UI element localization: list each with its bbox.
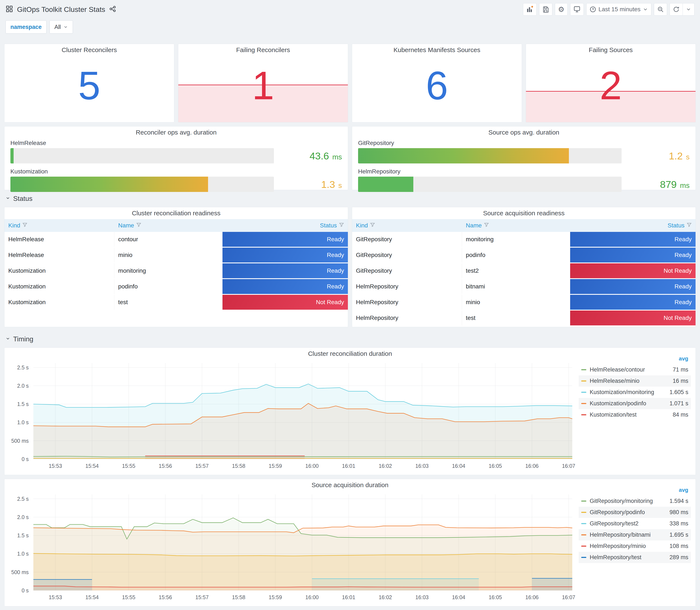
time-range-picker[interactable]: Last 15 minutes [586,3,651,16]
x-axis-tick: 15:56 [159,594,172,600]
variable-namespace-value-dropdown[interactable]: All [50,20,73,34]
chevron-down-icon [642,6,648,12]
column-header-kind[interactable]: Kind [4,219,114,232]
legend-item[interactable]: GitRepository/monitoring 1.594 s [579,495,691,507]
legend-item[interactable]: Kustomization/monitoring 1.605 s [579,387,691,398]
cell-name: podinfo [462,247,570,262]
series-color-swatch [581,557,586,558]
gauge-value: 1.3 s [274,178,342,190]
tv-mode-button[interactable] [570,3,584,16]
gauge-label: HelmRepository [358,168,689,175]
cell-name: test2 [462,263,570,278]
panel-source-acquisition-duration: Source acquisition duration 0 s500 ms1.0… [4,479,696,606]
x-axis-tick: 16:02 [379,463,392,469]
monitor-icon [573,6,581,13]
legend-item[interactable]: HelmRelease/minio 16 ms [579,375,691,387]
legend-item[interactable]: HelmRepository/test 289 ms [579,552,691,563]
cell-kind: GitRepository [352,263,462,278]
gauge-label: Kustomization [11,168,342,175]
column-header-status[interactable]: Status [570,219,696,232]
filter-icon[interactable] [136,222,141,229]
y-axis-tick: 1.0 s [17,419,29,426]
chart-plot-area[interactable] [33,363,572,459]
settings-button[interactable]: ⚙ [555,3,568,16]
panel-title: Cluster reconciliation readiness [4,207,348,219]
chart-plot-area[interactable] [33,494,572,591]
cell-kind: HelmRepository [352,279,462,294]
add-panel-button[interactable] [523,3,537,16]
series-color-swatch [581,512,586,513]
panel-title: Failing Sources [526,44,696,56]
y-axis-tick: 1.5 s [17,401,29,407]
cell-kind: HelmRepository [352,310,462,325]
gauge-row: GitRepository 1.2 s [358,140,689,163]
x-axis-tick: 15:58 [232,594,245,600]
x-axis: 15:5315:5415:5515:5615:5715:5815:5916:00… [33,594,572,601]
variable-namespace-value: All [54,24,61,30]
filter-icon[interactable] [339,222,344,229]
legend-avg-header[interactable]: avg [579,487,691,495]
series-name: HelmRepository/bitnami [590,532,669,538]
chevron-down-icon [5,336,10,342]
variable-namespace-label[interactable]: namespace [5,20,47,34]
x-axis-tick: 16:01 [342,594,355,600]
filter-icon[interactable] [370,222,375,229]
column-header-kind[interactable]: Kind [352,219,462,232]
share-icon[interactable] [109,5,116,13]
legend-item[interactable]: HelmRepository/minio 108 ms [579,541,691,552]
column-header-status[interactable]: Status [223,219,348,232]
x-axis-tick: 15:56 [159,463,172,469]
filter-icon[interactable] [22,222,28,229]
stat-panels-row: Cluster Reconcilers 5 Failing Reconciler… [4,44,696,123]
column-header-name[interactable]: Name [462,219,570,232]
x-axis-tick: 15:59 [268,463,282,469]
legend-avg-header[interactable]: avg [579,355,691,364]
series-avg-value: 71 ms [672,366,688,373]
legend-item[interactable]: Kustomization/podinfo 1.071 s [579,398,691,409]
series-name: GitRepository/monitoring [590,498,669,504]
x-axis-tick: 15:58 [232,463,245,469]
filter-icon[interactable] [484,222,489,229]
stat-panel-2: Kubernetes Manifests Sources 6 [352,44,522,123]
x-axis-tick: 16:02 [379,594,392,600]
series-color-swatch [581,414,586,415]
table-panel-0: Cluster reconciliation readiness Kind Na… [4,207,348,327]
column-header-name[interactable]: Name [114,219,223,232]
y-axis-tick: 0 s [22,588,29,594]
legend-item[interactable]: Kustomization/test 84 ms [579,409,691,420]
status-badge: Not Ready [570,263,696,278]
y-axis-tick: 500 ms [11,438,29,444]
series-name: HelmRelease/minio [590,378,672,384]
x-axis-tick: 16:05 [489,463,502,469]
legend-item[interactable]: HelmRelease/contour 71 ms [579,364,691,375]
series-avg-value: 16 ms [672,378,688,384]
gauge-fill [11,148,14,163]
x-axis-tick: 15:53 [49,463,62,469]
legend-item[interactable]: GitRepository/test2 338 ms [579,518,691,529]
legend-item[interactable]: HelmRepository/bitnami 1.695 s [579,529,691,541]
chevron-down-icon [686,6,691,12]
table-row: Kustomization test Not Ready [4,295,348,310]
gauge-row: HelmRelease 43.6 ms [11,140,342,163]
series-avg-value: 1.594 s [669,498,688,504]
zoom-out-button[interactable] [654,3,667,16]
refresh-button[interactable] [670,3,683,16]
x-axis-tick: 15:54 [85,594,99,600]
y-axis-tick: 2.0 s [17,383,29,389]
series-color-swatch [581,392,586,393]
cell-name: minio [114,247,223,262]
filter-icon[interactable] [687,222,692,229]
cell-kind: HelmRelease [4,232,114,247]
table-row: HelmRelease contour Ready [4,232,348,247]
table-panels-row: Cluster reconciliation readiness Kind Na… [4,207,696,327]
apps-grid-icon[interactable] [5,5,13,14]
section-row-timing[interactable]: Timing [4,334,696,344]
cell-kind: Kustomization [4,263,114,278]
table-header: Kind Name Status [4,219,348,232]
stat-panel-3: Failing Sources 2 [526,44,696,123]
refresh-interval-dropdown[interactable] [683,3,695,16]
save-dashboard-button[interactable] [539,3,552,16]
status-badge: Ready [570,232,696,247]
legend-item[interactable]: GitRepository/podinfo 980 ms [579,507,691,518]
cell-kind: HelmRepository [352,295,462,310]
